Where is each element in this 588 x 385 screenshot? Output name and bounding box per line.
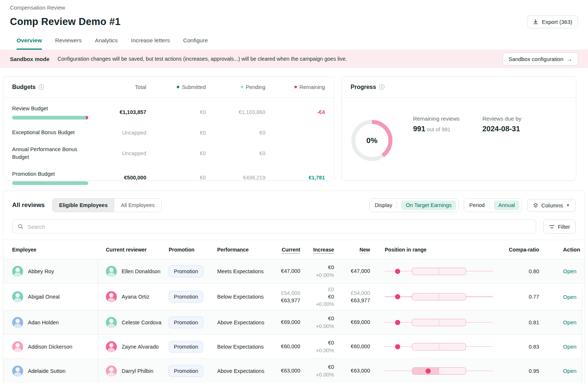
budgets-col-pending: Pending <box>206 84 265 90</box>
budget-total: €1,103,857 <box>98 109 146 115</box>
reviewer-cell: Darryl Philbin <box>98 366 169 377</box>
budgets-card: Budgets i Total Submitted Pending Remain… <box>3 76 334 181</box>
budgets-col-submitted: Submitted <box>146 84 206 90</box>
column-header-increase[interactable]: Increase <box>304 247 338 253</box>
avatar <box>106 291 117 302</box>
submitted-dot <box>177 86 179 88</box>
current-cell: €63,000 <box>276 367 304 374</box>
range-midline <box>439 368 439 374</box>
range-position-dot[interactable] <box>395 294 400 299</box>
column-header-label: Current reviewer <box>106 247 147 253</box>
budget-pending: €0 <box>206 150 265 156</box>
employee-cell[interactable]: Abigail Oneal <box>3 284 98 310</box>
employee-cell[interactable]: Adelaide Sutton <box>3 359 98 383</box>
sandbox-mode-label: Sandbox mode <box>10 56 50 62</box>
toggle-all-employees[interactable]: All Employees <box>114 199 161 212</box>
search-box[interactable] <box>12 220 536 234</box>
reviews-due-value: 2024-08-31 <box>483 125 521 133</box>
compa-ratio-cell: 0.80 <box>498 268 543 274</box>
all-reviews-title: All reviews <box>12 202 45 209</box>
budget-row: Review Budget€1,103,857€0€1,103,860-€4 <box>12 100 325 124</box>
open-review-link[interactable]: Open <box>563 268 577 274</box>
position-in-range-cell <box>374 264 498 279</box>
columns-button-label: Columns <box>541 202 563 208</box>
action-cell: Open <box>543 294 585 300</box>
range-midline <box>439 268 439 275</box>
compa-ratio-cell: 0.95 <box>498 368 543 374</box>
column-header-label: Increase <box>313 247 334 254</box>
budget-name: Exceptional Bonus Budget <box>12 129 91 136</box>
display-control[interactable]: Display On Target Earnings <box>369 198 459 212</box>
period-label: Period <box>469 202 485 208</box>
budget-name: Review Budget <box>12 105 91 113</box>
chevron-down-icon: ▼ <box>566 203 570 207</box>
reviewer-cell: Celeste Cordova <box>98 317 169 328</box>
promotion-cell: Promotion <box>169 317 217 328</box>
promotion-badge[interactable]: Promotion <box>169 365 203 377</box>
employee-cell[interactable]: Abbey Roy <box>3 259 98 283</box>
search-input[interactable] <box>28 224 531 230</box>
open-review-link[interactable]: Open <box>563 343 577 350</box>
open-review-link[interactable]: Open <box>563 294 577 300</box>
tab-configure[interactable]: Configure <box>183 37 208 50</box>
employee-cell[interactable]: Adan Holden <box>3 310 98 334</box>
info-icon[interactable]: i <box>379 84 384 90</box>
export-button[interactable]: Export (363) <box>527 15 578 28</box>
avatar <box>12 266 23 277</box>
promotion-badge[interactable]: Promotion <box>169 265 203 277</box>
increase-cell-line: €0 <box>304 264 334 271</box>
scrollbar-gutter[interactable] <box>582 289 585 384</box>
promotion-cell: Promotion <box>169 265 217 277</box>
tab-increase-letters[interactable]: Increase letters <box>131 37 170 50</box>
range-position-dot[interactable] <box>395 320 400 325</box>
open-review-link[interactable]: Open <box>563 368 577 374</box>
breadcrumb[interactable]: Compensation Review <box>10 4 578 11</box>
tab-reviewers[interactable]: Reviewers <box>55 37 82 50</box>
range-position-dot[interactable] <box>395 269 400 274</box>
budgets-col-total: Total <box>98 84 146 90</box>
current-cell-line: €60,000 <box>276 343 300 350</box>
new-cell-line: €47,000 <box>338 267 370 275</box>
column-header-label: New <box>359 247 370 254</box>
period-control[interactable]: Period Annual <box>464 198 522 212</box>
open-review-link[interactable]: Open <box>563 319 577 325</box>
promotion-badge[interactable]: Promotion <box>169 291 203 303</box>
budget-pending: €1,103,860 <box>206 109 265 115</box>
increase-cell-line: €0 <box>304 363 334 371</box>
column-header-current[interactable]: Current <box>276 247 304 253</box>
toggle-eligible-employees[interactable]: Eligible Employees <box>53 199 114 212</box>
all-reviews-card: All reviews Eligible EmployeesAll Employ… <box>3 190 585 384</box>
filter-button-label: Filter <box>558 224 570 230</box>
compa-ratio-cell: 0.81 <box>498 320 543 325</box>
sandbox-configuration-button[interactable]: Sandbox configuration → <box>503 53 578 65</box>
range-position-dot[interactable] <box>395 344 400 349</box>
range-position-dot[interactable] <box>426 368 431 374</box>
column-header-new[interactable]: New <box>338 247 374 253</box>
reviewer-name: Ellen Donaldson <box>122 268 161 274</box>
new-cell-line: €63,977 <box>338 297 370 304</box>
performance-cell: Below Expectations <box>217 344 276 350</box>
columns-button[interactable]: Columns ▼ <box>527 199 576 212</box>
tab-analytics[interactable]: Analytics <box>95 37 118 50</box>
employee-cell[interactable]: Addison Dickerson <box>3 335 98 359</box>
reviewer-name: Celeste Cordova <box>122 320 161 325</box>
period-value-pill[interactable]: Annual <box>494 200 519 210</box>
column-header-action: Action <box>543 246 585 253</box>
info-icon[interactable]: i <box>39 84 44 90</box>
increase-cell-line: +0.00% <box>304 322 334 330</box>
column-header-performance: Performance <box>217 247 276 253</box>
compa-ratio-cell: 0.77 <box>498 294 543 300</box>
increase-cell-line: +0.00% <box>304 271 334 279</box>
promotion-cell: Promotion <box>169 341 217 353</box>
promotion-badge[interactable]: Promotion <box>169 317 203 328</box>
action-cell: Open <box>543 368 585 374</box>
progress-title: Progress <box>351 84 376 90</box>
budget-name-cell: Review Budget <box>12 105 98 120</box>
filter-button[interactable]: Filter <box>543 220 576 234</box>
reviewer-cell: Ellen Donaldson <box>98 266 169 277</box>
promotion-badge[interactable]: Promotion <box>169 341 203 353</box>
tab-overview[interactable]: Overview <box>17 37 42 50</box>
new-cell-line: €69,000 <box>338 318 370 326</box>
display-value-pill[interactable]: On Target Earnings <box>401 200 456 210</box>
remaining-reviews-value: 991 <box>413 125 425 133</box>
